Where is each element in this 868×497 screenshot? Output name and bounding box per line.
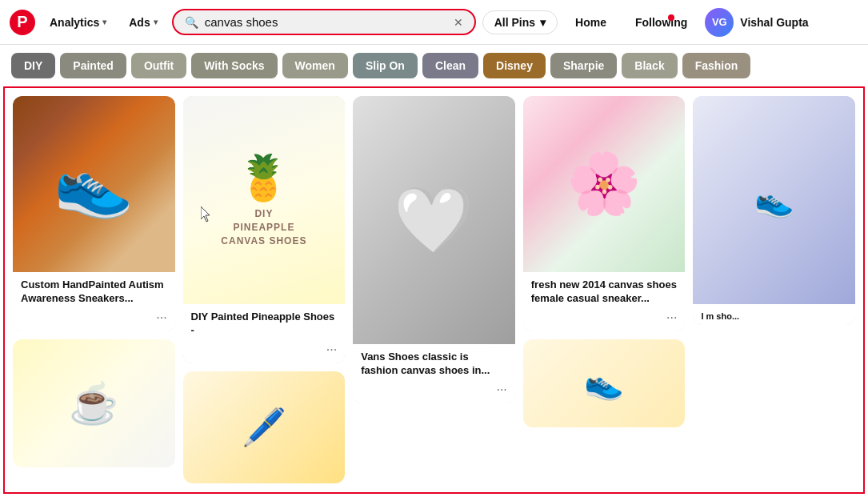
pin-card-6[interactable]: 🖊️	[183, 371, 346, 483]
cat-fashion[interactable]: Fashion	[682, 53, 751, 78]
search-icon: 🔍	[185, 16, 198, 29]
pin-card-7[interactable]: 👟	[523, 339, 686, 427]
pin-footer-3: ···	[353, 381, 515, 403]
cat-fashion-label: Fashion	[695, 59, 738, 72]
cat-black[interactable]: Black	[622, 53, 677, 78]
pineapple-diy-text: DIYPINEAPPLECANVAS SHOES	[221, 207, 306, 247]
pin-column-2: 🍍 DIYPINEAPPLECANVAS SHOES DIY Painted P…	[183, 96, 346, 484]
analytics-arrow: ▾	[102, 18, 106, 26]
pin-image-4: 🌸	[523, 96, 686, 272]
header: P Analytics ▾ Ads ▾ 🔍 ✕ All Pins ▾ Home …	[0, 0, 868, 45]
pin-caption-4: fresh new 2014 canvas shoes female casua…	[523, 272, 686, 309]
pin-card-3[interactable]: 🤍 Vans Shoes classic is fashion canvas s…	[353, 96, 515, 403]
cat-disney[interactable]: Disney	[483, 53, 546, 78]
username: Vishal Gupta	[740, 16, 808, 29]
pin-caption-8: I m sho...	[693, 304, 855, 325]
pin-card-5[interactable]: ☕	[13, 339, 175, 467]
cat-black-label: Black	[634, 59, 664, 72]
pin-more-2[interactable]: ···	[326, 343, 337, 357]
pin-caption-2: DIY Painted Pineapple Shoes -	[183, 304, 346, 341]
pin-more-1[interactable]: ···	[156, 311, 166, 325]
pinterest-logo[interactable]: P	[10, 10, 35, 35]
pin-card-2[interactable]: 🍍 DIYPINEAPPLECANVAS SHOES DIY Painted P…	[183, 96, 346, 363]
search-clear-icon[interactable]: ✕	[454, 16, 463, 29]
cat-disney-label: Disney	[496, 59, 533, 72]
pin-image-6: 🖊️	[183, 371, 346, 483]
cat-painted[interactable]: Painted	[60, 53, 126, 78]
avatar[interactable]: VG	[705, 8, 734, 37]
filter-label: All Pins	[494, 16, 535, 29]
pin-column-3: 🤍 Vans Shoes classic is fashion canvas s…	[353, 96, 515, 484]
pin-footer-2: ···	[183, 341, 346, 363]
home-nav[interactable]: Home	[564, 11, 618, 34]
home-label: Home	[575, 16, 606, 29]
pin-caption-1: Custom HandPainted Autism Awareness Snea…	[13, 272, 175, 309]
analytics-label: Analytics	[50, 16, 99, 29]
pin-column-4: 🌸 fresh new 2014 canvas shoes female cas…	[523, 96, 686, 484]
cat-with-socks-label: With Socks	[204, 59, 264, 72]
avatar-initials: VG	[712, 16, 727, 28]
pin-more-3[interactable]: ···	[496, 383, 506, 397]
cat-outfit-label: Outfit	[144, 59, 174, 72]
cat-sharpie-label: Sharpie	[563, 59, 604, 72]
pinterest-icon: P	[17, 13, 27, 31]
search-input[interactable]	[205, 15, 447, 29]
following-label: Following	[635, 16, 687, 29]
search-bar: 🔍 ✕	[172, 9, 476, 35]
pin-image-1: 👟	[13, 96, 175, 272]
pin-image-2: 🍍 DIYPINEAPPLECANVAS SHOES	[183, 96, 346, 304]
cat-painted-label: Painted	[73, 59, 114, 72]
following-nav[interactable]: Following	[624, 11, 698, 34]
pin-more-4[interactable]: ···	[666, 311, 677, 325]
pin-card-4[interactable]: 🌸 fresh new 2014 canvas shoes female cas…	[523, 96, 686, 331]
cat-clean[interactable]: Clean	[422, 53, 478, 78]
cat-slip-on[interactable]: Slip On	[353, 53, 418, 78]
pin-image-7: 👟	[523, 339, 686, 427]
filter-arrow: ▾	[540, 16, 546, 29]
cat-outfit[interactable]: Outfit	[131, 53, 186, 78]
cat-diy-label: DIY	[24, 59, 42, 72]
notification-dot	[668, 14, 674, 21]
pin-footer-4: ···	[523, 309, 686, 331]
pin-image-5: ☕	[13, 339, 175, 467]
cat-women[interactable]: Women	[282, 53, 348, 78]
categories-bar: DIY Painted Outfit With Socks Women Slip…	[0, 45, 868, 86]
pin-card-8[interactable]: 👟 I m sho...	[693, 96, 855, 325]
pin-caption-3: Vans Shoes classic is fashion canvas sho…	[353, 344, 515, 381]
cat-women-label: Women	[295, 59, 335, 72]
pin-column-1: 👟 Custom HandPainted Autism Awareness Sn…	[13, 96, 175, 484]
cat-with-socks[interactable]: With Socks	[191, 53, 277, 78]
ads-nav[interactable]: Ads ▾	[121, 11, 165, 34]
pin-image-8: 👟	[693, 96, 855, 304]
cat-clean-label: Clean	[435, 59, 466, 72]
ads-label: Ads	[129, 16, 150, 29]
cat-diy[interactable]: DIY	[11, 53, 55, 78]
filter-button[interactable]: All Pins ▾	[482, 10, 558, 34]
cat-sharpie[interactable]: Sharpie	[550, 53, 617, 78]
cat-slip-on-label: Slip On	[366, 59, 405, 72]
pin-image-3: 🤍	[353, 96, 515, 344]
main-content: 👟 Custom HandPainted Autism Awareness Sn…	[3, 86, 865, 494]
pin-card-1[interactable]: 👟 Custom HandPainted Autism Awareness Sn…	[13, 96, 175, 331]
ads-arrow: ▾	[154, 18, 158, 26]
analytics-nav[interactable]: Analytics ▾	[42, 11, 114, 34]
pin-column-5: 👟 I m sho...	[693, 96, 855, 484]
pin-footer-1: ···	[13, 309, 175, 331]
